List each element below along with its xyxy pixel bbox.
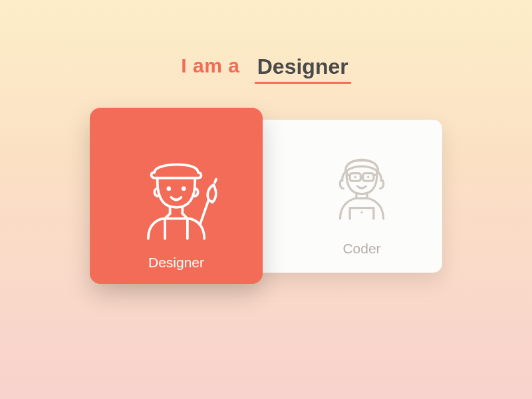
svg-point-1 (182, 186, 186, 191)
option-card-designer[interactable]: Designer (90, 108, 263, 284)
selected-role-underline: Designer (255, 55, 351, 84)
option-card-coder[interactable]: Coder (283, 122, 441, 270)
heading-prefix: I am a (181, 55, 239, 76)
svg-point-11 (354, 176, 356, 179)
svg-line-10 (374, 174, 377, 176)
coder-icon (309, 128, 415, 234)
card-label: Designer (148, 255, 204, 271)
selected-role-text: Designer (257, 55, 348, 78)
heading: I am a Designer (0, 53, 532, 82)
svg-line-9 (346, 174, 350, 176)
svg-line-4 (200, 200, 209, 225)
svg-point-12 (367, 176, 370, 179)
svg-point-0 (166, 186, 171, 191)
card-label: Coder (342, 241, 380, 257)
artist-icon (123, 142, 229, 248)
svg-point-15 (360, 211, 362, 213)
role-selector: Designer (90, 108, 442, 287)
svg-line-5 (215, 180, 216, 183)
